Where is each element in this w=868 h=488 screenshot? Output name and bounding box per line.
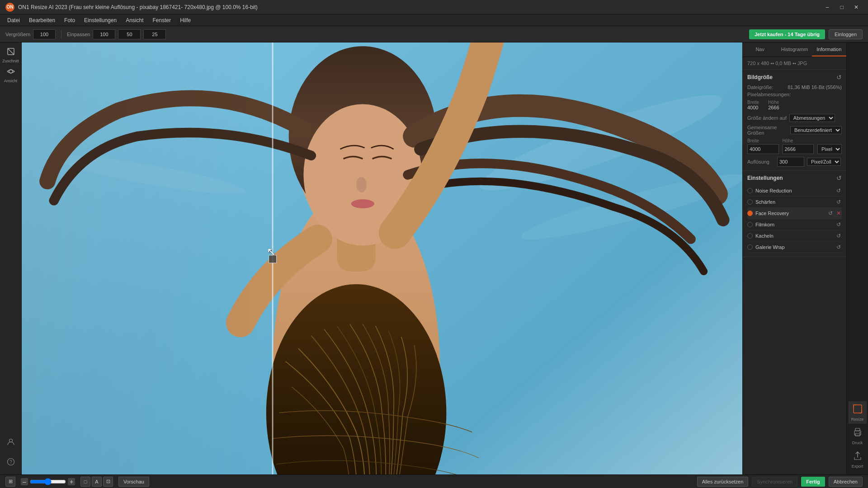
einpassen-input1[interactable] (93, 29, 115, 39)
tool-3-button[interactable]: ⊡ (103, 477, 113, 487)
window-controls: – □ ✕ (821, 2, 863, 12)
minimize-button[interactable]: – (821, 2, 834, 12)
title-bar-left: ON ON1 Resize AI 2023 (Frau sehr kleine … (5, 3, 258, 12)
buy-button[interactable]: Jetzt kaufen - 14 Tage übrig (749, 29, 825, 39)
height-input[interactable] (783, 144, 814, 154)
width-value: 4000 (747, 105, 759, 110)
druck-label: Druck (852, 441, 863, 445)
aufloesung-input[interactable] (777, 157, 804, 167)
schaerfen-radio[interactable] (747, 199, 753, 205)
kacheln-radio[interactable] (747, 233, 753, 239)
menu-hilfe[interactable]: Hilfe (176, 16, 194, 24)
svg-text:?: ? (9, 460, 12, 465)
svg-point-17 (351, 199, 374, 208)
height-input-group: Höhe (783, 138, 814, 154)
zoom-slider[interactable] (30, 478, 66, 485)
gemeinsame-select[interactable]: Benutzerdefiniert (790, 126, 842, 134)
bildgroesse-section: Bildgröße ↺ Dateigröße: 81,36 MiB 16-Bit… (743, 70, 846, 171)
tab-histogram[interactable]: Histogramm (777, 42, 811, 56)
filmkorn-reset-icon[interactable]: ↺ (835, 221, 842, 228)
menu-datei[interactable]: Datei (4, 16, 24, 24)
close-button[interactable]: ✕ (850, 2, 863, 12)
abbrechen-button[interactable]: Abbrechen (829, 477, 863, 487)
menu-foto[interactable]: Foto (61, 16, 79, 24)
gemeinsame-row: Gemeinsame Größen Benutzerdefiniert (747, 125, 842, 136)
ansicht-tool[interactable]: Ansicht (2, 66, 20, 84)
user-tool[interactable] (2, 433, 20, 451)
resize-icon (853, 404, 863, 416)
face-recovery-close-icon[interactable]: ✕ (835, 210, 842, 217)
druck-icon (853, 427, 863, 440)
help-tool[interactable]: ? (2, 453, 20, 471)
right-panel: Nav Histogramm Information 720 x 480 •• … (742, 42, 846, 474)
aufloesung-unit-select[interactable]: Pixel/Zoll (807, 158, 841, 166)
reset-button[interactable]: Alles zurücksetzen (697, 477, 749, 487)
app-icon: ON (5, 3, 14, 12)
filesize-value: 81,36 MiB 16-Bit (556%) (788, 84, 842, 90)
zuschnitt-label: Zuschnitt (2, 59, 19, 63)
view-mode-group: ⊞ (5, 477, 15, 487)
settings-schaerfen-right: ↺ (835, 198, 842, 206)
tool-2-button[interactable]: A (92, 477, 102, 487)
login-button[interactable]: Einloggen (829, 29, 863, 39)
groesse-aendern-label: Größe ändern auf (747, 115, 787, 121)
menu-bearbeiten[interactable]: Bearbeiten (25, 16, 59, 24)
zoom-minus-button[interactable]: – (21, 478, 28, 485)
groesse-aendern-row: Größe ändern auf Abmessungen (747, 114, 842, 122)
settings-galerie-wrap-right: ↺ (835, 244, 842, 251)
maximize-button[interactable]: □ (835, 2, 848, 12)
zuschnitt-icon (6, 47, 15, 58)
resolution-row: Auflösung Pixel/Zoll ⋮ (747, 157, 842, 167)
zoom-plus-button[interactable]: + (68, 478, 75, 485)
width-col: Breite 4000 (747, 100, 759, 110)
svg-point-18 (356, 177, 367, 192)
groesse-aendern-select[interactable]: Abmessungen (789, 114, 835, 122)
view-mode-button[interactable]: ⊞ (5, 477, 15, 487)
vergroessern-label: Vergrößern (5, 32, 30, 37)
schaerfen-reset-icon[interactable]: ↺ (835, 198, 842, 206)
settings-noise-reduction: Noise Reduction ↺ (747, 185, 842, 197)
pixel-unit-select[interactable]: Pixel (817, 144, 842, 154)
face-recovery-radio[interactable] (747, 211, 753, 216)
face-recovery-reset-icon[interactable]: ↺ (827, 210, 834, 217)
menu-ansicht[interactable]: Ansicht (122, 16, 147, 24)
tab-nav[interactable]: Nav (743, 42, 777, 56)
noise-reduction-radio[interactable] (747, 188, 753, 193)
menu-fenster[interactable]: Fenster (149, 16, 175, 24)
vergroessern-input[interactable] (33, 29, 56, 39)
zuschnitt-tool[interactable]: Zuschnitt (2, 46, 20, 64)
preview-button[interactable]: Vorschau (118, 477, 149, 487)
resize-tool[interactable]: Resize (849, 401, 867, 424)
export-tool[interactable]: Export (849, 448, 867, 471)
kacheln-reset-icon[interactable]: ↺ (835, 232, 842, 239)
einpassen-input2[interactable] (118, 29, 141, 39)
filesize-label: Dateigröße: (747, 84, 773, 90)
width-input[interactable] (747, 144, 779, 154)
title-bar: ON ON1 Resize AI 2023 (Frau sehr kleine … (0, 0, 868, 14)
bildgroesse-title: Bildgröße (747, 74, 773, 80)
filmkorn-radio[interactable] (747, 222, 753, 227)
einstellungen-title: Einstellungen (747, 175, 783, 181)
canvas-area[interactable]: ↖ (22, 42, 742, 474)
noise-reduction-reset-icon[interactable]: ↺ (835, 187, 842, 194)
fertig-button[interactable]: Fertig (801, 477, 825, 487)
settings-face-recovery-right: ↺ ✕ (827, 210, 842, 217)
toolbar: Vergrößern Einpassen Jetzt kaufen - 14 T… (0, 26, 868, 42)
settings-kacheln: Kacheln ↺ (747, 230, 842, 242)
aufloesung-label: Auflösung (747, 159, 774, 164)
einpassen-input3[interactable] (143, 29, 166, 39)
settings-filmkorn: Filmkorn ↺ (747, 219, 842, 230)
tab-information[interactable]: Information (812, 42, 846, 56)
help-icon: ? (7, 458, 15, 466)
tool-1-button[interactable]: □ (80, 477, 90, 487)
druck-tool[interactable]: Druck (849, 425, 867, 447)
main-layout: Zuschnitt Ansicht ? (0, 42, 868, 474)
settings-filmkorn-right: ↺ (835, 221, 842, 228)
filesize-row: Dateigröße: 81,36 MiB 16-Bit (556%) (747, 84, 842, 90)
menu-einstellungen[interactable]: Einstellungen (80, 16, 120, 24)
bildgroesse-reset[interactable]: ↺ (836, 74, 842, 81)
einstellungen-reset[interactable]: ↺ (836, 174, 842, 182)
galerie-wrap-radio[interactable] (747, 244, 753, 250)
height-col: Höhe 2666 (768, 100, 779, 110)
galerie-wrap-reset-icon[interactable]: ↺ (835, 244, 842, 251)
